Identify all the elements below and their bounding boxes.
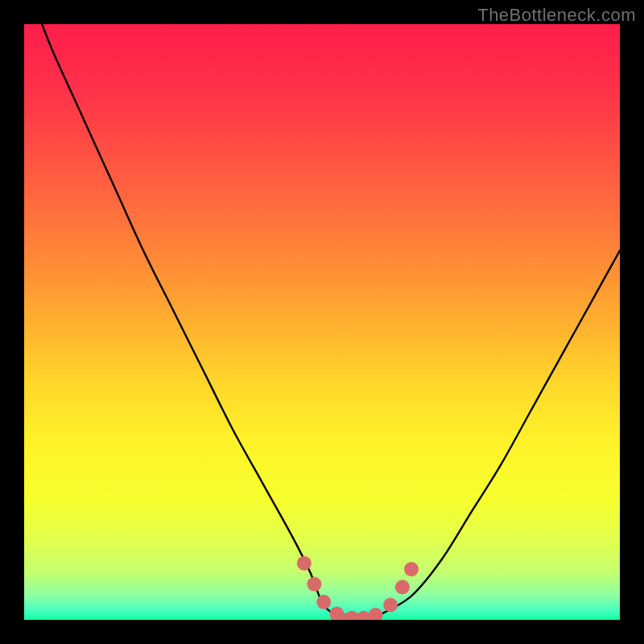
marker-dot bbox=[316, 595, 331, 609]
plot-area bbox=[24, 24, 620, 620]
highlight-markers bbox=[297, 556, 419, 620]
marker-dot bbox=[404, 562, 419, 576]
marker-dot bbox=[307, 577, 321, 592]
valley-bar bbox=[331, 613, 382, 620]
watermark-text: TheBottleneck.com bbox=[477, 5, 636, 26]
curve-layer bbox=[24, 24, 620, 620]
marker-dot bbox=[383, 598, 398, 613]
bottleneck-curve bbox=[42, 24, 620, 620]
marker-dot bbox=[395, 580, 410, 594]
chart-frame: TheBottleneck.com bbox=[0, 0, 644, 644]
marker-dot bbox=[297, 556, 312, 571]
